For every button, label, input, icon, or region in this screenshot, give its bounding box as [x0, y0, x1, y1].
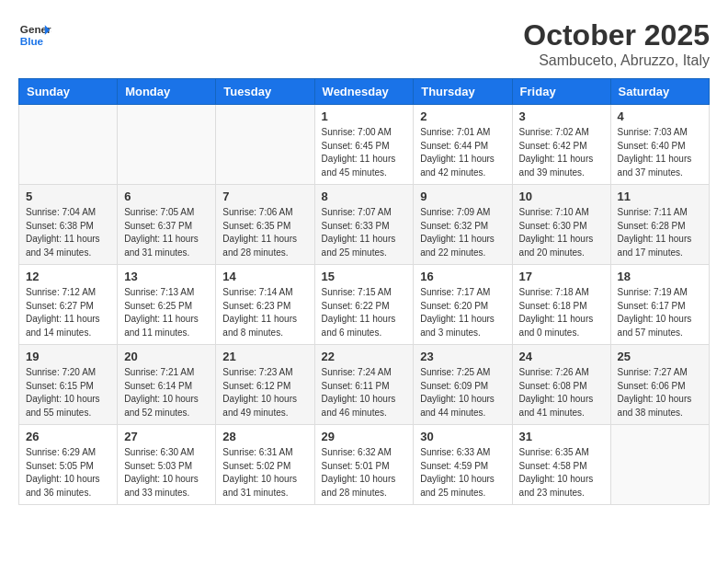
- day-number: 4: [618, 109, 702, 123]
- day-info: Sunrise: 7:25 AM Sunset: 6:09 PM Dayligh…: [420, 366, 505, 419]
- day-number: 13: [124, 270, 209, 283]
- day-info: Sunrise: 7:20 AM Sunset: 6:15 PM Dayligh…: [26, 366, 110, 419]
- day-info: Sunrise: 7:03 AM Sunset: 6:40 PM Dayligh…: [618, 126, 702, 179]
- calendar-cell: 31Sunrise: 6:35 AM Sunset: 4:58 PM Dayli…: [512, 425, 610, 505]
- weekday-header-friday: Friday: [512, 79, 610, 105]
- day-info: Sunrise: 7:07 AM Sunset: 6:33 PM Dayligh…: [322, 206, 407, 259]
- calendar-cell: 29Sunrise: 6:32 AM Sunset: 5:01 PM Dayli…: [314, 425, 414, 505]
- calendar-cell: 16Sunrise: 7:17 AM Sunset: 6:20 PM Dayli…: [414, 265, 512, 345]
- day-number: 15: [322, 270, 407, 283]
- calendar-cell: 9Sunrise: 7:09 AM Sunset: 6:32 PM Daylig…: [414, 185, 512, 265]
- calendar-cell: [216, 105, 314, 185]
- calendar-cell: 4Sunrise: 7:03 AM Sunset: 6:40 PM Daylig…: [610, 105, 709, 185]
- calendar-cell: 3Sunrise: 7:02 AM Sunset: 6:42 PM Daylig…: [512, 105, 610, 185]
- day-info: Sunrise: 6:30 AM Sunset: 5:03 PM Dayligh…: [124, 446, 209, 500]
- calendar-cell: 25Sunrise: 7:27 AM Sunset: 6:06 PM Dayli…: [610, 345, 709, 425]
- calendar-cell: 28Sunrise: 6:31 AM Sunset: 5:02 PM Dayli…: [216, 425, 314, 505]
- calendar-cell: 12Sunrise: 7:12 AM Sunset: 6:27 PM Dayli…: [19, 265, 118, 345]
- calendar-cell: 8Sunrise: 7:07 AM Sunset: 6:33 PM Daylig…: [314, 185, 414, 265]
- calendar-cell: 13Sunrise: 7:13 AM Sunset: 6:25 PM Dayli…: [118, 265, 216, 345]
- day-info: Sunrise: 7:02 AM Sunset: 6:42 PM Dayligh…: [519, 126, 604, 179]
- day-number: 12: [26, 270, 110, 283]
- calendar-cell: 10Sunrise: 7:10 AM Sunset: 6:30 PM Dayli…: [512, 185, 610, 265]
- calendar-cell: [610, 425, 709, 505]
- day-info: Sunrise: 7:15 AM Sunset: 6:22 PM Dayligh…: [322, 286, 407, 339]
- day-number: 26: [26, 430, 110, 443]
- calendar-cell: 1Sunrise: 7:00 AM Sunset: 6:45 PM Daylig…: [314, 105, 414, 185]
- day-info: Sunrise: 6:33 AM Sunset: 4:59 PM Dayligh…: [420, 446, 505, 500]
- day-info: Sunrise: 7:17 AM Sunset: 6:20 PM Dayligh…: [420, 286, 505, 339]
- calendar-cell: 15Sunrise: 7:15 AM Sunset: 6:22 PM Dayli…: [314, 265, 414, 345]
- day-info: Sunrise: 6:32 AM Sunset: 5:01 PM Dayligh…: [322, 446, 407, 500]
- day-info: Sunrise: 7:27 AM Sunset: 6:06 PM Dayligh…: [618, 366, 702, 419]
- day-number: 29: [322, 430, 407, 443]
- day-info: Sunrise: 7:00 AM Sunset: 6:45 PM Dayligh…: [322, 126, 407, 179]
- day-info: Sunrise: 7:06 AM Sunset: 6:35 PM Dayligh…: [222, 206, 307, 259]
- day-info: Sunrise: 7:19 AM Sunset: 6:17 PM Dayligh…: [618, 286, 702, 339]
- calendar-cell: 17Sunrise: 7:18 AM Sunset: 6:18 PM Dayli…: [512, 265, 610, 345]
- calendar-cell: 24Sunrise: 7:26 AM Sunset: 6:08 PM Dayli…: [512, 345, 610, 425]
- day-info: Sunrise: 7:26 AM Sunset: 6:08 PM Dayligh…: [519, 366, 604, 419]
- month-title: October 2025: [523, 18, 710, 52]
- calendar-week-4: 19Sunrise: 7:20 AM Sunset: 6:15 PM Dayli…: [19, 345, 710, 425]
- day-number: 25: [618, 350, 702, 363]
- calendar-cell: 30Sunrise: 6:33 AM Sunset: 4:59 PM Dayli…: [414, 425, 512, 505]
- day-info: Sunrise: 7:09 AM Sunset: 6:32 PM Dayligh…: [420, 206, 505, 259]
- day-number: 27: [124, 430, 209, 443]
- weekday-header-sunday: Sunday: [19, 79, 118, 105]
- day-info: Sunrise: 6:29 AM Sunset: 5:05 PM Dayligh…: [26, 446, 110, 500]
- day-info: Sunrise: 6:31 AM Sunset: 5:02 PM Dayligh…: [222, 446, 307, 500]
- calendar-cell: 18Sunrise: 7:19 AM Sunset: 6:17 PM Dayli…: [610, 265, 709, 345]
- day-number: 1: [322, 109, 407, 123]
- svg-text:Blue: Blue: [20, 35, 44, 47]
- day-number: 5: [26, 190, 110, 203]
- calendar-cell: 23Sunrise: 7:25 AM Sunset: 6:09 PM Dayli…: [414, 345, 512, 425]
- day-info: Sunrise: 7:11 AM Sunset: 6:28 PM Dayligh…: [618, 206, 702, 259]
- day-info: Sunrise: 7:24 AM Sunset: 6:11 PM Dayligh…: [322, 366, 407, 419]
- day-number: 7: [222, 190, 307, 203]
- calendar-week-1: 1Sunrise: 7:00 AM Sunset: 6:45 PM Daylig…: [19, 105, 710, 185]
- day-info: Sunrise: 7:18 AM Sunset: 6:18 PM Dayligh…: [519, 286, 604, 339]
- calendar-week-3: 12Sunrise: 7:12 AM Sunset: 6:27 PM Dayli…: [19, 265, 710, 345]
- page-header: General Blue October 2025 Sambuceto, Abr…: [18, 18, 710, 69]
- day-number: 6: [124, 190, 209, 203]
- day-number: 19: [26, 350, 110, 363]
- day-number: 18: [618, 270, 702, 283]
- day-number: 30: [420, 430, 505, 443]
- calendar: SundayMondayTuesdayWednesdayThursdayFrid…: [18, 78, 710, 505]
- calendar-cell: 26Sunrise: 6:29 AM Sunset: 5:05 PM Dayli…: [19, 425, 118, 505]
- calendar-week-2: 5Sunrise: 7:04 AM Sunset: 6:38 PM Daylig…: [19, 185, 710, 265]
- calendar-cell: 22Sunrise: 7:24 AM Sunset: 6:11 PM Dayli…: [314, 345, 414, 425]
- calendar-cell: 5Sunrise: 7:04 AM Sunset: 6:38 PM Daylig…: [19, 185, 118, 265]
- logo: General Blue: [18, 18, 51, 52]
- day-info: Sunrise: 7:13 AM Sunset: 6:25 PM Dayligh…: [124, 286, 209, 339]
- day-number: 17: [519, 270, 604, 283]
- day-number: 2: [420, 109, 505, 123]
- day-number: 10: [519, 190, 604, 203]
- day-info: Sunrise: 7:10 AM Sunset: 6:30 PM Dayligh…: [519, 206, 604, 259]
- calendar-cell: 20Sunrise: 7:21 AM Sunset: 6:14 PM Dayli…: [118, 345, 216, 425]
- weekday-header-tuesday: Tuesday: [216, 79, 314, 105]
- logo-icon: General Blue: [18, 18, 51, 52]
- calendar-cell: 2Sunrise: 7:01 AM Sunset: 6:44 PM Daylig…: [414, 105, 512, 185]
- day-info: Sunrise: 7:14 AM Sunset: 6:23 PM Dayligh…: [222, 286, 307, 339]
- day-number: 8: [322, 190, 407, 203]
- day-number: 14: [222, 270, 307, 283]
- weekday-header-row: SundayMondayTuesdayWednesdayThursdayFrid…: [19, 79, 710, 105]
- calendar-cell: 21Sunrise: 7:23 AM Sunset: 6:12 PM Dayli…: [216, 345, 314, 425]
- day-number: 24: [519, 350, 604, 363]
- day-number: 11: [618, 190, 702, 203]
- weekday-header-thursday: Thursday: [414, 79, 512, 105]
- day-info: Sunrise: 7:23 AM Sunset: 6:12 PM Dayligh…: [222, 366, 307, 419]
- calendar-cell: 19Sunrise: 7:20 AM Sunset: 6:15 PM Dayli…: [19, 345, 118, 425]
- day-number: 21: [222, 350, 307, 363]
- calendar-cell: 27Sunrise: 6:30 AM Sunset: 5:03 PM Dayli…: [118, 425, 216, 505]
- location-title: Sambuceto, Abruzzo, Italy: [523, 52, 710, 69]
- calendar-cell: 14Sunrise: 7:14 AM Sunset: 6:23 PM Dayli…: [216, 265, 314, 345]
- calendar-week-5: 26Sunrise: 6:29 AM Sunset: 5:05 PM Dayli…: [19, 425, 710, 505]
- day-number: 22: [322, 350, 407, 363]
- calendar-cell: [19, 105, 118, 185]
- weekday-header-wednesday: Wednesday: [314, 79, 414, 105]
- calendar-cell: 11Sunrise: 7:11 AM Sunset: 6:28 PM Dayli…: [610, 185, 709, 265]
- day-info: Sunrise: 6:35 AM Sunset: 4:58 PM Dayligh…: [519, 446, 604, 500]
